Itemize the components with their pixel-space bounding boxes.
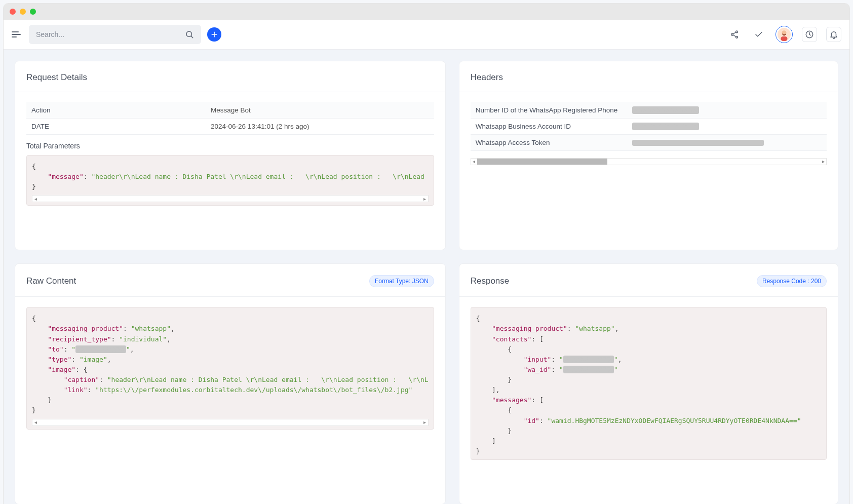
cell-label: Whatsapp Access Token <box>471 135 627 151</box>
request-details-card: Request Details Action Message Bot DATE … <box>15 61 446 250</box>
headers-table: Number ID of the WhatsApp Registered Pho… <box>471 102 827 151</box>
app-window: Request Details Action Message Bot DATE … <box>3 3 850 504</box>
total-parameters-label: Total Parameters <box>26 142 434 150</box>
svg-line-8 <box>733 35 736 36</box>
table-row: DATE 2024-06-26 13:41:01 (2 hrs ago) <box>26 119 434 135</box>
table-row: Whatsapp Access Token <box>471 135 827 151</box>
cell-value: 2024-06-26 13:41:01 (2 hrs ago) <box>206 119 434 135</box>
check-icon[interactable] <box>751 27 766 42</box>
format-type-badge: Format Type: JSON <box>369 275 434 287</box>
redacted-value <box>632 140 764 146</box>
window-minimize-dot[interactable] <box>20 9 26 15</box>
window-close-dot[interactable] <box>10 9 16 15</box>
table-row: Number ID of the WhatsApp Registered Pho… <box>471 102 827 119</box>
user-avatar[interactable] <box>776 26 793 43</box>
cell-value: XXXXXXXXXXXXXX <box>627 119 827 135</box>
card-title: Request Details <box>26 72 87 83</box>
menu-toggle-button[interactable] <box>12 29 23 40</box>
cell-label: DATE <box>26 119 206 135</box>
horizontal-scrollbar[interactable]: ◂ ▸ <box>32 419 429 426</box>
search-box[interactable] <box>29 25 201 44</box>
headers-card: Headers Number ID of the WhatsApp Regist… <box>459 61 838 250</box>
cell-label: Whatsapp Business Account ID <box>471 119 627 135</box>
redacted-value: XXXXXXXXXXXXXX <box>632 123 699 130</box>
search-input[interactable] <box>36 30 185 38</box>
table-row: Action Message Bot <box>26 102 434 119</box>
bell-icon[interactable] <box>826 27 841 42</box>
redacted-value: XXXXXXXXXXXX <box>563 366 614 373</box>
add-button[interactable] <box>207 27 221 42</box>
raw-content-card: Raw Content Format Type: JSON { "messagi… <box>15 263 446 504</box>
svg-line-7 <box>733 32 736 34</box>
main-content: Request Details Action Message Bot DATE … <box>4 50 849 504</box>
window-titlebar <box>4 4 849 20</box>
topbar <box>4 20 849 50</box>
search-icon[interactable] <box>185 30 194 39</box>
redacted-value: XXXXXXXXXXXX <box>75 345 126 353</box>
response-code-badge: Response Code : 200 <box>757 275 827 287</box>
code-content: { "message": "header\r\nLead name : Dish… <box>32 162 429 192</box>
card-title: Raw Content <box>26 276 76 286</box>
cell-label: Number ID of the WhatsApp Registered Pho… <box>471 102 627 119</box>
card-title: Response <box>471 276 510 286</box>
window-maximize-dot[interactable] <box>30 9 36 15</box>
horizontal-scrollbar[interactable]: ◂ ▸ <box>471 158 827 165</box>
horizontal-scrollbar[interactable]: ◂ ▸ <box>32 195 429 202</box>
raw-content-code: { "messaging_product": "whatsapp", "reci… <box>26 307 434 429</box>
cell-value: XXXXXXXXXXXXXX <box>627 102 827 119</box>
topbar-actions <box>727 26 841 43</box>
history-icon[interactable] <box>802 27 817 42</box>
cell-label: Action <box>26 102 206 119</box>
request-details-table: Action Message Bot DATE 2024-06-26 13:41… <box>26 102 434 135</box>
total-parameters-code: { "message": "header\r\nLead name : Dish… <box>26 155 434 206</box>
table-row: Whatsapp Business Account ID XXXXXXXXXXX… <box>471 119 827 135</box>
response-code: { "messaging_product": "whatsapp", "cont… <box>471 307 827 460</box>
redacted-value: XXXXXXXXXXXXXX <box>632 106 699 114</box>
code-content: { "messaging_product": "whatsapp", "reci… <box>32 314 429 415</box>
share-icon[interactable] <box>727 27 742 42</box>
cell-value <box>627 135 827 151</box>
response-card: Response Response Code : 200 { "messagin… <box>459 263 838 504</box>
redacted-value: XXXXXXXXXXXX <box>563 356 614 363</box>
card-title: Headers <box>471 72 503 83</box>
svg-rect-11 <box>781 36 788 41</box>
code-content: { "messaging_product": "whatsapp", "cont… <box>476 314 821 456</box>
svg-line-1 <box>191 36 192 37</box>
cell-value: Message Bot <box>206 102 434 119</box>
